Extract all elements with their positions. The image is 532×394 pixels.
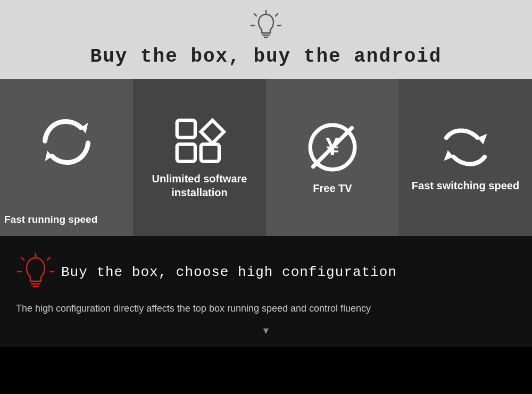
svg-marker-17 xyxy=(478,133,487,144)
svg-line-21 xyxy=(47,257,50,260)
svg-marker-18 xyxy=(444,150,454,161)
feature-unlimited-software-label: Unlimited software installation xyxy=(138,172,261,199)
bottom-description: The high configuration directly affects … xyxy=(16,301,516,316)
svg-line-1 xyxy=(254,14,256,16)
feature-free-tv-label: Free TV xyxy=(313,181,352,195)
down-arrow: ▼ xyxy=(16,325,516,337)
feature-fast-running: Fast running speed xyxy=(0,79,133,236)
svg-marker-11 xyxy=(201,120,224,143)
svg-line-20 xyxy=(21,257,24,260)
bulb-icon-top xyxy=(250,10,282,41)
bottom-section: Buy the box, choose high configuration T… xyxy=(0,236,532,347)
top-title: Buy the box, buy the android xyxy=(90,46,442,68)
feature-fast-switching: Fast switching speed xyxy=(399,79,532,236)
svg-marker-9 xyxy=(45,150,53,161)
noyen-icon: ¥ xyxy=(306,121,359,174)
svg-rect-10 xyxy=(177,120,195,137)
feature-fast-running-label: Fast running speed xyxy=(0,213,133,227)
features-grid: Fast running speed Unlimited software in… xyxy=(0,79,532,236)
top-section: Buy the box, buy the android xyxy=(0,0,532,79)
bulb-icon-bottom xyxy=(16,252,56,292)
apps-icon xyxy=(173,116,226,164)
sync-icon xyxy=(40,118,93,166)
bottom-title-row: Buy the box, choose high configuration xyxy=(16,252,516,292)
feature-unlimited-software: Unlimited software installation xyxy=(133,79,266,236)
bottom-title: Buy the box, choose high configuration xyxy=(61,264,397,280)
feature-fast-switching-label: Fast switching speed xyxy=(412,179,519,192)
svg-rect-13 xyxy=(201,144,219,161)
svg-marker-8 xyxy=(81,123,88,133)
svg-line-2 xyxy=(276,14,278,16)
switch-icon xyxy=(439,123,492,171)
feature-free-tv: ¥ Free TV xyxy=(266,79,399,236)
svg-rect-12 xyxy=(177,144,195,161)
